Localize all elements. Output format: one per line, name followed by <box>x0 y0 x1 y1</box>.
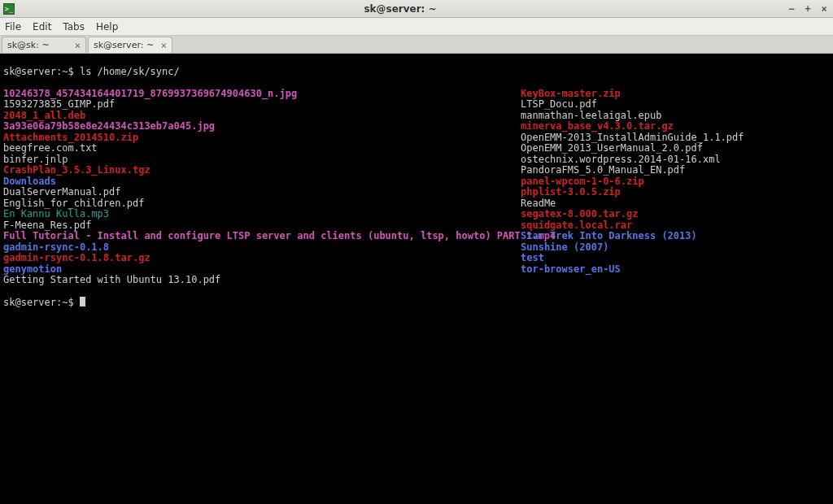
ls-entry: PandoraFMS_5.0_Manual_EN.pdf <box>521 165 830 176</box>
ls-row: genymotiontor-browser_en-US <box>3 264 830 276</box>
ls-entry: CrashPlan_3.5.3_Linux.tgz <box>3 165 521 176</box>
ls-entry: OpenEMM-2013_InstallAdminGuide_1.1.pdf <box>521 133 830 144</box>
ls-row: 10246378_457434164401719_876993736967490… <box>3 89 830 100</box>
terminal-output[interactable]: sk@server:~$ ls /home/sk/sync/ 10246378_… <box>0 54 833 504</box>
menu-edit[interactable]: Edit <box>33 21 51 33</box>
window-title: sk@server: ~ <box>20 3 781 15</box>
ls-entry: genymotion <box>3 264 521 276</box>
ls-entry: ReadMe <box>521 198 830 210</box>
prompt-line-last: sk@server:~$ <box>3 297 830 309</box>
cursor-block <box>80 297 85 306</box>
ls-row: CrashPlan_3.5.3_Linux.tgzPandoraFMS_5.0_… <box>3 165 830 176</box>
ls-row: Attachments_2014510.zipOpenEMM-2013_Inst… <box>3 133 830 144</box>
ls-entry: Full Tutorial - Install and configure LT… <box>3 231 521 242</box>
minimize-button[interactable]: − <box>786 3 797 15</box>
ls-entry: OpenEMM_2013_UserManual_2.0.pdf <box>521 143 830 154</box>
ls-row: Getting Started with Ubuntu 13.10.pdf <box>3 275 830 286</box>
ls-entry: segatex-8.000.tar.gz <box>521 209 830 220</box>
ls-entry: F-Meena_Res.pdf <box>3 220 521 232</box>
tab-0[interactable]: sk@sk: ~ × <box>2 37 86 53</box>
ls-row: En Kannu Kulla.mp3segatex-8.000.tar.gz <box>3 209 830 220</box>
ls-row: Full Tutorial - Install and configure LT… <box>3 231 830 242</box>
ls-entry <box>521 275 830 286</box>
ls-entry: LTSP_Docu.pdf <box>521 99 830 111</box>
terminal-app-icon: >_ <box>3 3 15 15</box>
menu-bar: File Edit Tabs Help <box>0 18 833 36</box>
tab-bar: sk@sk: ~ × sk@server: ~ × <box>0 36 833 54</box>
prompt-line: sk@server:~$ ls /home/sk/sync/ <box>3 67 830 78</box>
ls-entry: 2048_1_all.deb <box>3 111 521 122</box>
ls-entry: phplist-3.0.5.zip <box>521 187 830 198</box>
tab-close-icon[interactable]: × <box>75 40 81 51</box>
ls-entry: English_for_children.pdf <box>3 198 521 210</box>
ls-entry: test <box>521 253 830 264</box>
close-button[interactable]: × <box>818 3 830 15</box>
ls-row: F-Meena_Res.pdfsquidgate.local.rar <box>3 220 830 232</box>
ls-entry: Star Trek Into Darkness (2013) <box>521 231 830 242</box>
window-buttons: − + × <box>786 3 830 15</box>
menu-file[interactable]: File <box>5 21 21 33</box>
ls-entry: DualServerManual.pdf <box>3 187 521 198</box>
ls-entry: tor-browser_en-US <box>521 264 830 276</box>
ls-row: gadmin-rsync-0.1.8.tar.gztest <box>3 253 830 264</box>
ls-row: 1593273835_GIMP.pdfLTSP_Docu.pdf <box>3 99 830 111</box>
tab-label: sk@server: ~ <box>94 40 154 50</box>
ls-row: Downloadspanel-wpcom-1-0-6.zip <box>3 176 830 188</box>
ls-entry: binfer.jnlp <box>3 154 521 166</box>
ls-entry: KeyBox-master.zip <box>521 89 830 100</box>
tab-close-icon[interactable]: × <box>161 40 167 51</box>
window-titlebar: >_ sk@server: ~ − + × <box>0 0 833 18</box>
maximize-button[interactable]: + <box>802 3 813 15</box>
ls-entry: 1593273835_GIMP.pdf <box>3 99 521 111</box>
ls-entry: panel-wpcom-1-0-6.zip <box>521 176 830 188</box>
ls-entry: 3a93e06a79b58e8e24434c313eb7a045.jpg <box>3 121 521 133</box>
ls-row: English_for_children.pdfReadMe <box>3 198 830 210</box>
ls-entry: gadmin-rsync-0.1.8 <box>3 242 521 254</box>
ls-entry: Attachments_2014510.zip <box>3 133 521 144</box>
ls-entry: manmathan-leelaigal.epub <box>521 111 830 122</box>
ls-entry: 10246378_457434164401719_876993736967490… <box>3 89 521 100</box>
ls-row: beegfree.com.txtOpenEMM_2013_UserManual_… <box>3 143 830 154</box>
ls-row: binfer.jnlpostechnix.wordpress.2014-01-1… <box>3 154 830 166</box>
ls-row: gadmin-rsync-0.1.8Sunshine (2007) <box>3 242 830 254</box>
ls-entry: Downloads <box>3 176 521 188</box>
ls-entry: gadmin-rsync-0.1.8.tar.gz <box>3 253 521 264</box>
ls-entry: Getting Started with Ubuntu 13.10.pdf <box>3 275 521 286</box>
ls-entry: En Kannu Kulla.mp3 <box>3 209 521 220</box>
ls-entry: beegfree.com.txt <box>3 143 521 154</box>
menu-tabs[interactable]: Tabs <box>63 21 85 33</box>
ls-entry: squidgate.local.rar <box>521 220 830 232</box>
ls-row: 2048_1_all.debmanmathan-leelaigal.epub <box>3 111 830 122</box>
ls-row: 3a93e06a79b58e8e24434c313eb7a045.jpgmine… <box>3 121 830 133</box>
tab-label: sk@sk: ~ <box>7 40 50 50</box>
tab-1[interactable]: sk@server: ~ × <box>88 37 172 53</box>
ls-entry: ostechnix.wordpress.2014-01-16.xml <box>521 154 830 166</box>
ls-entry: Sunshine (2007) <box>521 242 830 254</box>
ls-row: DualServerManual.pdfphplist-3.0.5.zip <box>3 187 830 198</box>
ls-entry: minerva_base_v4.3.0.tar.gz <box>521 121 830 133</box>
menu-help[interactable]: Help <box>96 21 118 33</box>
